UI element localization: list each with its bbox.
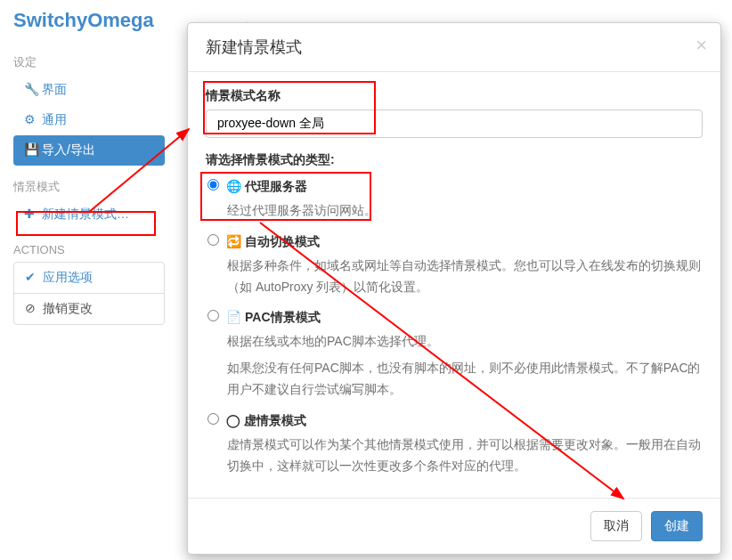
modal-title: 新建情景模式 [206, 37, 703, 58]
type-pac-desc2: 如果您没有任何PAC脚本，也没有脚本的网址，则不必使用此情景模式。不了解PAC的… [227, 358, 703, 401]
close-icon[interactable]: × [695, 34, 707, 57]
type-switch[interactable]: 🔁自动切换模式 根据多种条件，如域名或网址等自动选择情景模式。您也可以导入在线发… [206, 234, 703, 298]
create-button[interactable]: 创建 [651, 511, 703, 541]
globe-icon: 🌐 [226, 179, 241, 193]
circle-icon: ◯ [226, 413, 240, 427]
profile-type-group: 请选择情景模式的类型: 🌐代理服务器 经过代理服务器访问网站。 🔁自动切换模式 … [206, 152, 703, 476]
radio-virtual[interactable] [207, 413, 219, 425]
file-icon: 📄 [226, 310, 241, 324]
retweet-icon: 🔁 [226, 234, 241, 248]
modal-header: 新建情景模式 × [188, 23, 720, 72]
type-virtual[interactable]: ◯虚情景模式 虚情景模式可以作为某个其他情景模式使用，并可以根据需要更改对象。一… [206, 413, 703, 477]
type-switch-desc: 根据多种条件，如域名或网址等自动选择情景模式。您也可以导入在线发布的切换规则（如… [227, 256, 703, 298]
new-profile-modal: 新建情景模式 × 情景模式名称 请选择情景模式的类型: 🌐代理服务器 经过代理服… [187, 22, 721, 555]
profile-type-label: 请选择情景模式的类型: [206, 152, 703, 168]
modal-footer: 取消 创建 [188, 498, 720, 554]
modal-body: 情景模式名称 请选择情景模式的类型: 🌐代理服务器 经过代理服务器访问网站。 🔁… [188, 72, 720, 498]
cancel-button[interactable]: 取消 [590, 511, 642, 541]
type-pac[interactable]: 📄PAC情景模式 根据在线或本地的PAC脚本选择代理。 如果您没有任何PAC脚本… [206, 310, 703, 400]
type-virtual-desc: 虚情景模式可以作为某个其他情景模式使用，并可以根据需要更改对象。一般用在自动切换… [227, 434, 703, 477]
radio-switch[interactable] [207, 234, 219, 246]
type-pac-desc1: 根据在线或本地的PAC脚本选择代理。 [227, 331, 703, 353]
radio-proxy[interactable] [207, 179, 219, 191]
type-proxy-desc: 经过代理服务器访问网站。 [227, 200, 703, 222]
profile-name-label: 情景模式名称 [206, 88, 703, 104]
type-proxy[interactable]: 🌐代理服务器 经过代理服务器访问网站。 [206, 179, 703, 222]
profile-name-input[interactable] [206, 110, 703, 138]
modal-backdrop: 新建情景模式 × 情景模式名称 请选择情景模式的类型: 🌐代理服务器 经过代理服… [0, 0, 732, 560]
radio-pac[interactable] [207, 310, 219, 321]
